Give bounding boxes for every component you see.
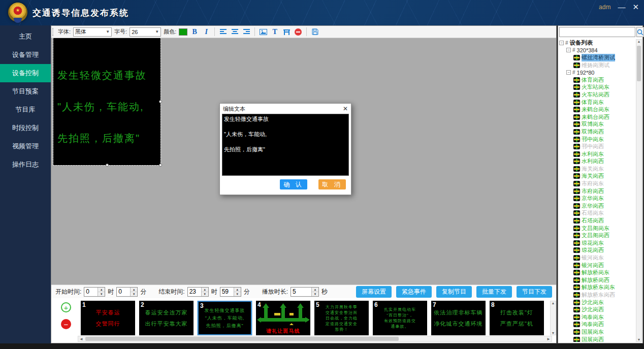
remove-program-button[interactable]: − (61, 319, 71, 329)
device-node[interactable]: 解放桥东岗东 (559, 284, 635, 292)
tree-group-320*384[interactable]: −#320*384 (559, 47, 635, 54)
spin-up-icon[interactable]: ▲ (98, 288, 105, 292)
device-node[interactable]: 鸿泰岗东 (559, 313, 635, 321)
align-right-button[interactable] (242, 27, 251, 37)
device-node[interactable]: 邗中岗东 (559, 136, 635, 143)
delete-item-button[interactable] (294, 27, 303, 37)
batch-send-button[interactable]: 批量下发 (476, 286, 512, 298)
device-node[interactable]: 火车站岗东 (559, 84, 635, 91)
close-icon[interactable]: ✕ (632, 3, 639, 12)
device-node[interactable]: 京华岗东 (559, 195, 635, 202)
size-select[interactable]: 26▼ (130, 27, 161, 37)
device-node[interactable]: 维扬岗测试 (559, 61, 635, 69)
dialog-textarea[interactable]: 发生轻微交通事故 "人未伤，车能动, 先拍照，后撤离" (222, 114, 349, 176)
device-node[interactable]: 石塔岗西 (559, 217, 635, 225)
align-left-button[interactable] (218, 27, 228, 37)
tree-scrollbar[interactable]: ▲ ▼ (636, 39, 642, 342)
resize-handle[interactable] (106, 164, 109, 167)
search-button[interactable] (636, 27, 644, 37)
insert-text-button[interactable]: T (270, 27, 279, 37)
sidebar-item-设备管理[interactable]: 设备管理 (0, 46, 51, 64)
device-node[interactable]: 水利岗东 (559, 150, 635, 158)
start-hour-stepper[interactable]: ▲▼ (84, 287, 105, 297)
scroll-right-icon[interactable]: ► (545, 337, 552, 341)
sidebar-item-节目预案[interactable]: 节目预案 (0, 82, 51, 101)
program-thumbnail[interactable]: 3发生轻微交通事故"人未伤，车能动,先拍照，后撤离" (198, 301, 252, 335)
device-node[interactable]: 邗中岗西 (559, 143, 635, 150)
scrollbar-thumb[interactable] (85, 337, 399, 341)
bold-button[interactable]: B (190, 27, 199, 37)
device-node[interactable]: 鸿泰岗西 (559, 321, 635, 329)
device-node[interactable]: 石塔岗东 (559, 210, 635, 217)
device-node[interactable]: 京华岗西 (559, 202, 635, 210)
spin-down-icon[interactable]: ▼ (312, 292, 318, 296)
logged-in-user[interactable]: adm (599, 4, 610, 11)
sidebar-item-主页[interactable]: 主页 (0, 27, 51, 46)
add-program-button[interactable]: + (61, 302, 71, 312)
scroll-left-icon[interactable]: ◄ (78, 337, 84, 341)
device-search-input[interactable] (559, 27, 635, 37)
sidebar-item-设备控制[interactable]: 设备控制 (0, 64, 51, 82)
device-node[interactable]: 解放桥东岗西 (559, 291, 635, 299)
end-hour-stepper[interactable]: ▲▼ (187, 287, 209, 297)
emergency-event-button[interactable]: 紧急事件 (396, 286, 432, 298)
align-center-button[interactable] (230, 27, 239, 37)
duration-stepper[interactable]: ▲▼ (291, 287, 319, 297)
device-node[interactable]: 双博岗东 (559, 121, 635, 129)
sidebar-item-视频管理[interactable]: 视频管理 (0, 137, 51, 155)
sidebar-item-操作日志[interactable]: 操作日志 (0, 155, 51, 174)
device-node[interactable]: 文昌阁岗东 (559, 225, 635, 232)
minimize-icon[interactable]: — (618, 3, 625, 12)
program-thumbnail[interactable]: 4请礼让斑马线 (256, 301, 310, 335)
resize-handle[interactable] (159, 164, 162, 167)
device-node[interactable]: 水利岗西 (559, 158, 635, 166)
led-preview[interactable]: 发生轻微交通事故 "人未伤，车能动, 先拍照，后撤离" (53, 38, 160, 165)
device-node[interactable]: 解放桥岗东 (559, 269, 635, 276)
spin-down-icon[interactable]: ▼ (131, 292, 137, 296)
device-node[interactable]: 海关岗西 (559, 173, 635, 180)
device-node[interactable]: 螺丝湾桥测试 (559, 54, 635, 61)
program-thumbnail[interactable]: 8打击改装"灯严查严惩"机 (490, 301, 544, 335)
save-button[interactable] (310, 27, 319, 37)
spin-down-icon[interactable]: ▼ (98, 292, 105, 296)
device-node[interactable]: 银河岗东 (559, 254, 635, 262)
collapse-icon[interactable]: − (559, 41, 564, 45)
program-thumbnail[interactable]: 7依法治理非标车辆净化城市交通环境 (431, 301, 486, 335)
device-node[interactable]: 琼花岗东 (559, 239, 635, 247)
start-minute-input[interactable] (117, 288, 130, 296)
scrollbar-thumb[interactable] (637, 46, 641, 81)
device-node[interactable]: 来鹤台岗西 (559, 113, 635, 121)
spin-down-icon[interactable]: ▼ (234, 292, 241, 296)
copy-program-button[interactable]: 复制节目 (436, 286, 472, 298)
device-node[interactable]: 国展岗西 (559, 336, 635, 342)
device-node[interactable]: 沙北岗西 (559, 306, 635, 313)
program-thumbnail[interactable]: 5大力开展秋冬季交通安全整治百日会战，全力稳定道路交通安全形势！ (314, 301, 369, 335)
send-program-button[interactable]: 节目下发 (517, 286, 552, 298)
end-minute-stepper[interactable]: ▲▼ (220, 287, 241, 297)
spin-up-icon[interactable]: ▲ (234, 288, 241, 292)
insert-image-button[interactable] (259, 27, 268, 37)
device-node[interactable]: 解放桥岗西 (559, 276, 635, 284)
device-node[interactable]: 双博岗西 (559, 128, 635, 136)
cancel-button[interactable]: 取 消 (318, 179, 346, 189)
screen-settings-button[interactable]: 屏幕设置 (356, 286, 392, 298)
thumbs-horizontal-scrollbar[interactable]: ◄ ► (78, 336, 552, 342)
spin-up-icon[interactable]: ▲ (131, 288, 137, 292)
tree-root[interactable]: −#设备列表 (559, 39, 635, 47)
spin-down-icon[interactable]: ▼ (202, 292, 208, 296)
italic-button[interactable]: I (202, 27, 211, 37)
spin-up-icon[interactable]: ▲ (202, 288, 208, 292)
thumbs-vertical-scrollbar[interactable]: ▲▼ (550, 301, 556, 335)
device-node[interactable]: 体育岗西 (559, 76, 635, 84)
collapse-icon[interactable]: − (566, 70, 571, 75)
program-thumbnail[interactable]: 6扎实开展电动车"百日整治"，有效预防道路交通事故。 (373, 301, 427, 335)
duration-input[interactable] (291, 288, 311, 296)
end-hour-input[interactable] (188, 288, 201, 296)
collapse-icon[interactable]: − (566, 48, 571, 52)
device-node[interactable]: 市府岗东 (559, 180, 635, 187)
color-swatch[interactable] (179, 28, 187, 36)
sidebar-item-时段控制[interactable]: 时段控制 (0, 119, 51, 137)
device-node[interactable]: 国展岗东 (559, 328, 635, 336)
font-select[interactable]: 黑体▼ (73, 27, 112, 37)
device-node[interactable]: 市府岗西 (559, 187, 635, 195)
